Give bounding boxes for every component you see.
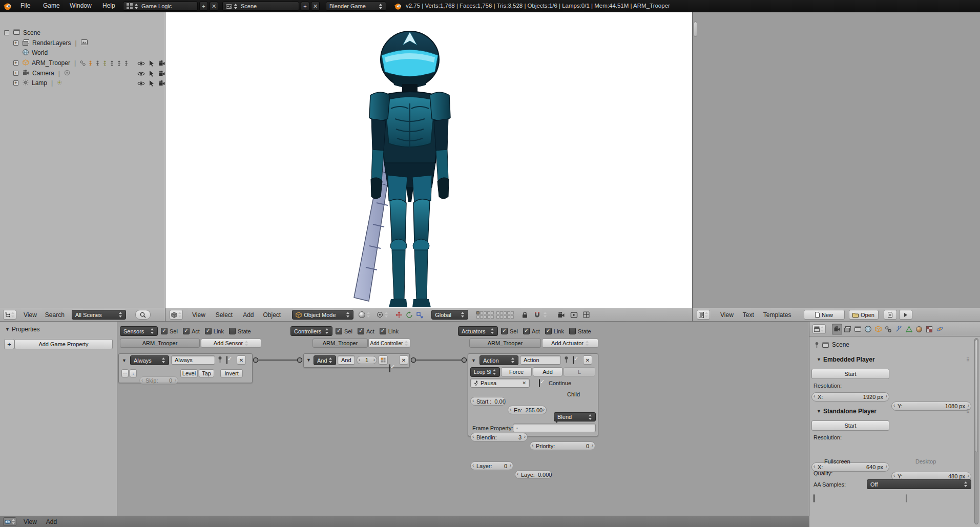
restrict-toggles-arm-trooper[interactable]	[137, 60, 165, 67]
pin-icon[interactable]	[564, 356, 569, 365]
transform-orientation-dropdown[interactable]: Global	[431, 310, 468, 320]
outliner-row-lamp[interactable]: + Lamp |	[13, 78, 62, 88]
controller-type-dropdown[interactable]: And	[314, 355, 336, 365]
tab-material[interactable]	[914, 324, 924, 335]
sensor-active-checkbox[interactable]	[226, 356, 227, 364]
editor-type-properties-button[interactable]	[812, 324, 826, 334]
expand-icon[interactable]: +	[13, 60, 18, 66]
controller-active-checkbox[interactable]	[389, 364, 390, 372]
actuator-block-action[interactable]: ▼ Action Action ✕ Loop Stop Force Add L …	[468, 353, 598, 436]
restrict-toggles-lamp[interactable]	[137, 80, 165, 87]
text-menu-view[interactable]: View	[720, 311, 734, 319]
outliner-label[interactable]: World	[32, 49, 48, 56]
tab-object-data[interactable]	[904, 324, 914, 335]
controllers-filter-dropdown[interactable]: Controllers	[290, 326, 332, 336]
aa-samples-dropdown[interactable]: Off	[867, 479, 971, 489]
start-frame-field[interactable]: Start :0.00	[470, 397, 506, 406]
add-sensor-button[interactable]: Add Sensor	[201, 339, 261, 348]
priority-field[interactable]: Priority:0	[530, 441, 595, 450]
grid-toggle-icon[interactable]	[583, 311, 590, 318]
sensors-sel-checkbox[interactable]	[161, 328, 168, 334]
tab-world[interactable]	[863, 324, 873, 335]
snap-element-dropdown[interactable]	[544, 312, 547, 318]
text-datablock-icon-button[interactable]	[884, 310, 897, 320]
controller-name-field[interactable]: And	[338, 355, 355, 365]
editor-type-3dview-button[interactable]	[170, 310, 183, 320]
outliner-label[interactable]: Camera	[32, 70, 54, 77]
add-controller-button[interactable]: Add Controller	[368, 339, 410, 348]
delete-screen-button[interactable]: ✕	[210, 2, 218, 11]
editor-type-logic-button[interactable]	[3, 517, 16, 526]
breadcrumb-scene-label[interactable]: Scene	[832, 341, 849, 348]
controllers-link-checkbox[interactable]	[380, 328, 386, 334]
outliner-label[interactable]: Lamp	[32, 79, 47, 87]
controller-state-icon-button[interactable]	[379, 355, 388, 365]
armature-data-icons[interactable]	[80, 60, 129, 66]
embedded-resolution-x-field[interactable]: X:1920 px	[811, 392, 889, 402]
controller-state-field[interactable]: 1	[357, 356, 377, 364]
logic-properties-panel-header[interactable]: ▼ Properties	[5, 326, 40, 333]
delete-scene-button[interactable]: ✕	[311, 2, 320, 11]
text-menu-text[interactable]: Text	[743, 311, 754, 319]
skip-frequency-field[interactable]: Skip:0	[139, 376, 178, 385]
actuators-state-checkbox[interactable]	[569, 328, 576, 334]
controllers-object-name[interactable]: ARM_Trooper	[312, 339, 368, 348]
manipulator-scale-icon[interactable]	[416, 311, 423, 319]
expand-icon[interactable]: +	[13, 80, 18, 86]
blender-app-icon[interactable]	[3, 2, 12, 12]
action-datablock-field[interactable]: Pausa ✕	[470, 378, 530, 388]
tab-object[interactable]	[873, 324, 883, 335]
level-toggle-button[interactable]: Level	[180, 369, 198, 377]
add-property-plus-icon[interactable]: +	[4, 339, 14, 349]
add-toggle-button[interactable]: Add	[533, 367, 562, 376]
render-opengl-anim-icon[interactable]	[570, 312, 578, 318]
actuator-active-checkbox[interactable]	[573, 356, 574, 364]
text-editor-area[interactable]	[693, 12, 980, 308]
sensors-object-name[interactable]: ARM_Trooper	[120, 339, 200, 348]
layers-grid[interactable]	[476, 311, 514, 319]
outliner-row-camera[interactable]: + Camera |	[13, 68, 70, 78]
text-editor-scrollbar[interactable]	[694, 22, 697, 37]
add-game-property-button[interactable]: Add Game Property	[14, 339, 113, 349]
manipulator-translate-icon[interactable]	[395, 311, 403, 319]
force-toggle-button[interactable]: Force	[501, 367, 532, 376]
actuators-sel-checkbox[interactable]	[501, 328, 508, 334]
invert-toggle-button[interactable]: Invert	[220, 369, 243, 377]
embedded-start-button[interactable]: Start	[811, 369, 889, 379]
end-frame-field[interactable]: En:255.00	[508, 406, 547, 414]
outliner-display-mode-dropdown[interactable]: All Scenes	[72, 310, 126, 320]
tab-render[interactable]	[832, 324, 842, 335]
collapse-triangle-icon[interactable]: ▼	[122, 358, 127, 363]
add-screen-button[interactable]: +	[199, 2, 208, 11]
desktop-checkbox[interactable]	[906, 494, 907, 502]
camera-data-icon[interactable]	[64, 70, 70, 77]
layer-weight-field[interactable]: Laye:0.000	[515, 470, 552, 479]
controllers-sel-checkbox[interactable]	[336, 328, 342, 334]
viewport-menu-view[interactable]: View	[192, 311, 205, 319]
viewport-menu-object[interactable]: Object	[263, 311, 281, 319]
pin-icon[interactable]	[218, 356, 222, 365]
action-play-mode-dropdown[interactable]: Loop Stop	[470, 367, 500, 377]
outliner-row-scene[interactable]: − Scene	[4, 28, 40, 38]
layer-field[interactable]: Layer:0	[470, 461, 513, 470]
blendin-field[interactable]: Blendin:3	[470, 433, 528, 441]
editor-type-text-button[interactable]	[697, 310, 710, 320]
sensors-link-checkbox[interactable]	[205, 328, 212, 334]
restrict-toggles-camera[interactable]	[137, 70, 165, 77]
sensors-state-checkbox[interactable]	[229, 328, 236, 334]
panel-drag-dots[interactable]: ⠿	[966, 357, 970, 363]
text-run-icon-button[interactable]	[899, 310, 912, 320]
tab-scene[interactable]	[852, 324, 863, 335]
logic-menu-add[interactable]: Add	[46, 518, 57, 525]
menu-game[interactable]: Game	[39, 2, 64, 9]
mode-dropdown[interactable]: Object Mode	[292, 310, 353, 320]
local-toggle-button[interactable]: L	[564, 367, 595, 376]
sensor-name-field[interactable]: Always	[171, 355, 215, 365]
manipulator-rotate-icon[interactable]	[406, 311, 413, 319]
panel-drag-dots[interactable]: ⠿	[966, 409, 970, 414]
sensors-filter-dropdown[interactable]: Sensors	[120, 326, 158, 336]
actuators-link-checkbox[interactable]	[545, 328, 552, 334]
tab-modifiers[interactable]	[893, 324, 904, 335]
blend-mode-dropdown[interactable]: Blend	[554, 412, 596, 421]
sensors-act-checkbox[interactable]	[183, 328, 190, 334]
